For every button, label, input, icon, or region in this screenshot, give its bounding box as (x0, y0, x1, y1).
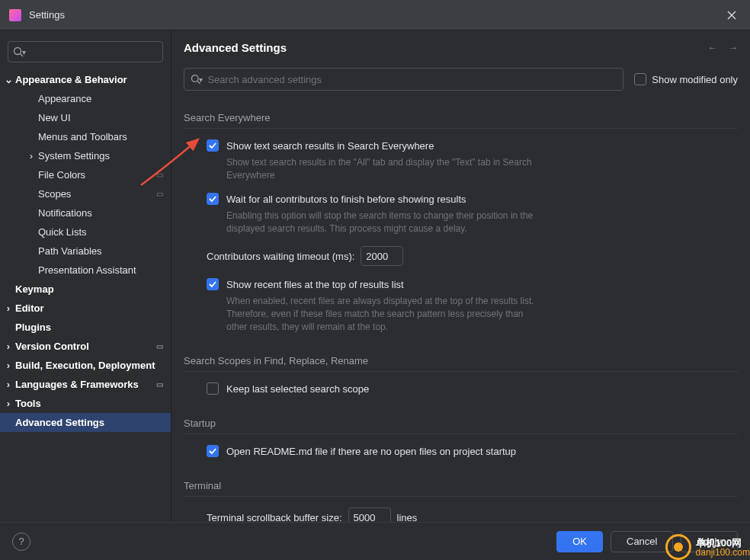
chevron-icon: › (3, 341, 14, 352)
tree-item-label: Appearance (38, 93, 91, 104)
tree-item-label: Notifications (38, 207, 92, 219)
section-title: Startup (184, 418, 738, 434)
buffer-label: Terminal scrollback buffer size: (207, 512, 342, 523)
nav-back-icon[interactable]: ← (707, 42, 717, 53)
sidebar-item-file-colors[interactable]: File Colors▭ (0, 165, 171, 184)
sidebar-item-appearance-behavior[interactable]: ⌄Appearance & Behavior (0, 70, 171, 89)
close-icon[interactable] (723, 6, 741, 24)
chevron-icon: › (3, 302, 14, 314)
sidebar-item-quick-lists[interactable]: Quick Lists (0, 222, 171, 242)
option-label: Keep last selected search scope (226, 382, 369, 396)
option-description: When enabled, recent files are always di… (207, 295, 534, 334)
titlebar: Settings (0, 0, 750, 30)
help-button[interactable]: ? (12, 533, 30, 551)
sidebar-item-new-ui[interactable]: New UI (0, 108, 171, 127)
sidebar-tree: ⌄Appearance & BehaviorAppearanceNew UIMe… (0, 70, 171, 432)
tree-item-label: Build, Execution, Deployment (15, 360, 155, 371)
apply-button[interactable]: Apply (681, 531, 738, 552)
show-modified-only[interactable]: Show modified only (634, 73, 738, 85)
section-title: Search Everywhere (184, 112, 738, 129)
sidebar-item-plugins[interactable]: Plugins (0, 318, 171, 337)
scope-badge-icon: ▭ (156, 190, 163, 198)
option-recent-files-top[interactable]: Show recent files at the top of results … (207, 278, 738, 292)
tree-item-label: New UI (38, 112, 71, 123)
checkbox-icon (207, 382, 219, 395)
sidebar-item-tools[interactable]: ›Tools (0, 394, 171, 413)
sidebar-item-menus-and-toolbars[interactable]: Menus and Toolbars (0, 127, 171, 146)
ok-button[interactable]: OK (556, 531, 603, 552)
tree-item-label: Scopes (38, 188, 71, 200)
option-description: Show text search results in the "All" ta… (207, 156, 534, 182)
tree-item-label: System Settings (38, 150, 110, 162)
cancel-button[interactable]: Cancel (611, 531, 673, 552)
sidebar-item-scopes[interactable]: Scopes▭ (0, 184, 171, 203)
tree-item-label: Path Variables (38, 245, 102, 257)
sidebar-item-presentation-assistant[interactable]: Presentation Assistant (0, 261, 171, 280)
sidebar-item-build-execution-deployment[interactable]: ›Build, Execution, Deployment (0, 356, 171, 375)
chevron-icon: › (3, 398, 14, 409)
sidebar-item-version-control[interactable]: ›Version Control▭ (0, 337, 171, 356)
sidebar-item-notifications[interactable]: Notifications (0, 203, 171, 222)
svg-point-1 (191, 75, 198, 82)
app-icon (9, 9, 21, 21)
sidebar-item-keymap[interactable]: Keymap (0, 280, 171, 299)
show-modified-label: Show modified only (652, 74, 738, 85)
tree-item-label: Advanced Settings (15, 417, 104, 428)
chevron-down-icon: ▾ (199, 75, 203, 84)
option-label: Show text search results in Search Every… (226, 139, 434, 153)
tree-item-label: Quick Lists (38, 226, 87, 238)
tree-item-label: Keymap (15, 283, 54, 295)
chevron-icon: › (3, 360, 14, 371)
checkbox-icon (207, 445, 219, 457)
chevron-icon: ⌄ (3, 74, 14, 85)
sidebar-item-path-variables[interactable]: Path Variables (0, 242, 171, 261)
tree-item-label: Languages & Frameworks (15, 379, 139, 390)
option-keep-last-scope[interactable]: Keep last selected search scope (207, 382, 738, 396)
section-title: Terminal (184, 480, 738, 497)
scope-badge-icon: ▭ (156, 342, 163, 350)
chevron-icon: › (26, 150, 37, 162)
tree-item-label: Appearance & Behavior (15, 74, 127, 85)
sidebar-item-appearance[interactable]: Appearance (0, 89, 171, 108)
footer: ? OK Cancel Apply (0, 522, 750, 560)
option-description: Enabling this option will stop the searc… (207, 210, 534, 235)
sidebar-item-system-settings[interactable]: ›System Settings (0, 146, 171, 165)
svg-point-0 (14, 48, 21, 55)
timeout-label: Contributors waiting timeout (ms): (207, 251, 354, 262)
sidebar-item-advanced-settings[interactable]: Advanced Settings (0, 413, 171, 432)
tree-item-label: Presentation Assistant (38, 264, 136, 276)
section-search-everywhere: Search Everywhere Show text search resul… (184, 112, 738, 334)
sidebar-item-editor[interactable]: ›Editor (0, 299, 171, 318)
tree-item-label: File Colors (38, 169, 85, 181)
window-title: Settings (29, 9, 65, 21)
option-label: Open README.md file if there are no open… (226, 445, 516, 459)
scope-badge-icon: ▭ (156, 171, 163, 179)
checkbox-icon (207, 278, 219, 290)
checkbox-icon (207, 139, 219, 152)
section-terminal: Terminal Terminal scrollback buffer size… (184, 480, 738, 522)
settings-search-input[interactable] (207, 74, 617, 85)
tree-item-label: Editor (15, 302, 44, 314)
option-wait-contributors[interactable]: Wait for all contributors to finish befo… (207, 193, 738, 206)
tree-item-label: Version Control (15, 341, 89, 352)
sidebar-item-languages-frameworks[interactable]: ›Languages & Frameworks▭ (0, 375, 171, 394)
scope-badge-icon: ▭ (156, 380, 163, 389)
option-label: Show recent files at the top of results … (226, 278, 404, 292)
content-area: Advanced Settings ← → ▾ Show modified on… (171, 30, 750, 522)
chevron-icon: › (3, 379, 14, 390)
option-open-readme[interactable]: Open README.md file if there are no open… (207, 445, 738, 459)
sidebar-search-input[interactable] (29, 46, 158, 58)
buffer-input[interactable] (348, 507, 391, 522)
nav-forward-icon[interactable]: → (728, 42, 738, 53)
option-label: Wait for all contributors to finish befo… (226, 193, 466, 206)
section-search-scopes: Search Scopes in Find, Replace, Rename K… (184, 355, 738, 396)
option-show-text-search[interactable]: Show text search results in Search Every… (207, 139, 738, 153)
buffer-suffix: lines (397, 512, 418, 523)
settings-search[interactable]: ▾ (184, 68, 623, 91)
sidebar: ▾ ⌄Appearance & BehaviorAppearanceNew UI… (0, 30, 171, 522)
section-title: Search Scopes in Find, Replace, Rename (184, 355, 738, 372)
section-startup: Startup Open README.md file if there are… (184, 418, 738, 459)
timeout-input[interactable] (361, 246, 403, 266)
sidebar-search[interactable]: ▾ (8, 41, 163, 62)
tree-item-label: Plugins (15, 322, 51, 333)
